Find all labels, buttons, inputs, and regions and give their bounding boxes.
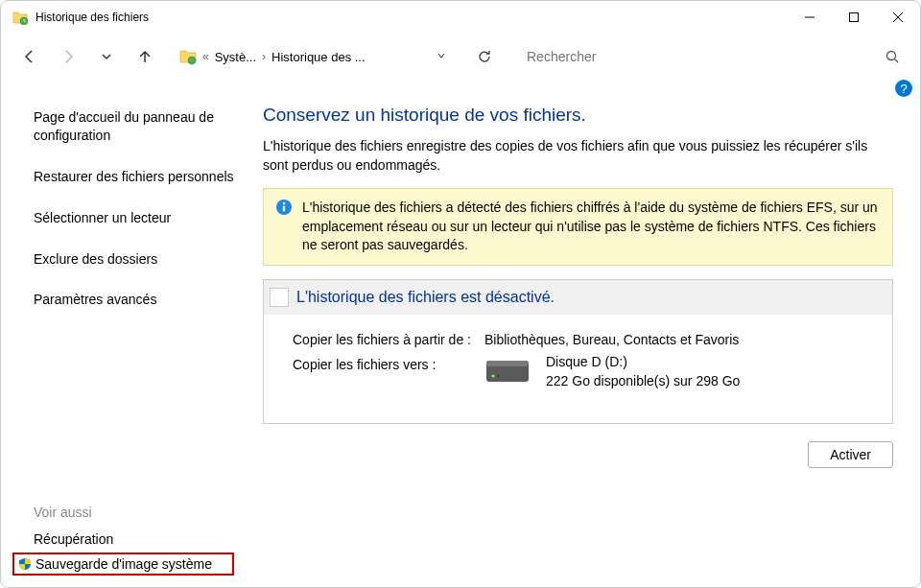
see-also-system-image[interactable]: Sauvegarde d'image système — [12, 553, 234, 576]
up-button[interactable] — [128, 39, 162, 74]
search-input[interactable] — [527, 49, 886, 64]
info-box: L'historique des fichiers a détecté des … — [263, 188, 893, 266]
sidebar-home[interactable]: Page d'accueil du panneau de configurati… — [34, 103, 234, 151]
breadcrumb-item-1[interactable]: Systè... — [215, 50, 256, 64]
close-button[interactable] — [876, 1, 920, 34]
svg-rect-2 — [850, 13, 859, 22]
svg-point-6 — [887, 52, 896, 60]
svg-point-5 — [188, 57, 196, 64]
forward-button[interactable] — [51, 39, 85, 74]
svg-rect-12 — [486, 361, 529, 366]
window-title: Historique des fichiers — [35, 11, 788, 24]
sidebar-advanced[interactable]: Paramètres avancés — [34, 285, 234, 315]
chevron-right-icon: › — [260, 50, 268, 63]
disk-info: Disque D (D:) 222 Go disponible(s) sur 2… — [546, 353, 740, 390]
disk-space: 222 Go disponible(s) sur 298 Go — [546, 372, 740, 391]
maximize-button[interactable] — [832, 1, 876, 34]
copy-to-label: Copier les fichiers vers : — [293, 357, 484, 390]
main-panel: ? Conservez un historique de vos fichier… — [246, 80, 920, 587]
help-button[interactable]: ? — [895, 80, 912, 97]
refresh-button[interactable] — [467, 39, 502, 74]
toolbar: « Systè... › Historique des ... — [1, 34, 920, 80]
page-title: Conservez un historique de vos fichiers. — [263, 105, 893, 126]
file-history-icon — [12, 10, 28, 25]
chevron-down-icon[interactable] — [437, 51, 446, 62]
sidebar-select-drive[interactable]: Sélectionner un lecteur — [34, 203, 234, 233]
svg-point-9 — [283, 202, 286, 205]
back-button[interactable] — [12, 39, 47, 74]
status-header: L'historique des fichiers est désactivé. — [264, 280, 892, 315]
sidebar-exclude[interactable]: Exclure des dossiers — [34, 245, 234, 274]
status-body: Copier les fichiers à partir de : Biblio… — [264, 315, 892, 423]
svg-line-7 — [895, 59, 899, 63]
search-icon[interactable] — [886, 50, 899, 63]
breadcrumb-prefix: « — [201, 50, 211, 63]
activate-button[interactable]: Activer — [808, 441, 893, 468]
see-also-header: Voir aussi — [34, 499, 234, 526]
disk-icon — [484, 353, 531, 388]
copy-from-value: Bibliothèques, Bureau, Contacts et Favor… — [484, 332, 873, 347]
see-also-system-image-label: Sauvegarde d'image système — [35, 556, 212, 572]
sidebar-restore[interactable]: Restaurer des fichiers personnels — [34, 162, 234, 192]
recent-locations-button[interactable] — [89, 39, 124, 74]
status-title: L'historique des fichiers est désactivé. — [296, 289, 555, 306]
action-row: Activer — [263, 441, 893, 468]
shield-icon — [18, 557, 32, 571]
copy-from-label: Copier les fichiers à partir de : — [293, 332, 484, 347]
svg-point-13 — [492, 374, 495, 377]
status-icon — [270, 288, 289, 307]
disk-name: Disque D (D:) — [546, 353, 740, 372]
breadcrumb[interactable]: « Systè... › Historique des ... — [174, 41, 452, 72]
svg-point-14 — [497, 375, 499, 377]
status-panel: L'historique des fichiers est désactivé.… — [263, 279, 893, 424]
sidebar: Page d'accueil du panneau de configurati… — [1, 80, 246, 587]
content-area: Page d'accueil du panneau de configurati… — [1, 80, 920, 587]
minimize-button[interactable] — [788, 1, 832, 34]
window-controls — [788, 1, 920, 34]
search-box[interactable] — [517, 41, 909, 72]
info-text: L'historique des fichiers a détecté des … — [302, 200, 878, 252]
see-also-recovery[interactable]: Récupération — [34, 526, 234, 553]
info-icon — [275, 199, 293, 216]
titlebar: Historique des fichiers — [1, 1, 920, 34]
svg-rect-10 — [283, 206, 285, 212]
page-description: L'historique des fichiers enregistre des… — [263, 137, 893, 175]
folder-icon — [179, 48, 197, 65]
breadcrumb-item-2[interactable]: Historique des ... — [272, 50, 366, 64]
